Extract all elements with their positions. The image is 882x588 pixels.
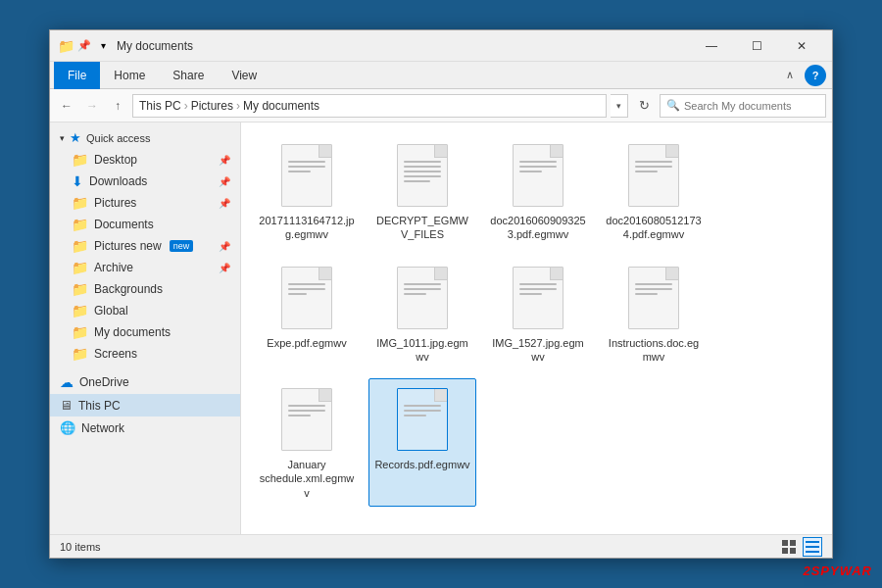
svg-rect-2: [782, 548, 788, 554]
main-area: ▾ ★ Quick access 📁 Desktop 📌 ⬇ Downloads…: [50, 122, 832, 534]
new-badge: new: [170, 240, 194, 252]
sidebar-item-onedrive[interactable]: ☁ OneDrive: [50, 370, 240, 394]
sidebar-item-backgrounds[interactable]: 📁 Backgrounds: [50, 278, 240, 300]
quick-access-chevron: ▾: [60, 133, 65, 143]
file-name-5: IMG_1011.jpg.egmwv: [373, 336, 471, 365]
file-name-9: Records.pdf.egmwv: [374, 458, 469, 471]
status-bar: 10 items: [50, 534, 832, 558]
tab-file[interactable]: File: [54, 62, 100, 89]
explorer-window: 📁 📌 ▾ My documents — ☐ ✕ File Home Share…: [49, 29, 833, 559]
sidebar-item-downloads-label: Downloads: [89, 174, 147, 188]
dropdown-icon-small[interactable]: ▾: [95, 38, 111, 54]
search-box[interactable]: 🔍: [660, 94, 826, 118]
breadcrumb-mydocs[interactable]: My documents: [243, 99, 319, 113]
forward-button[interactable]: →: [81, 95, 103, 117]
address-path[interactable]: This PC › Pictures › My documents: [132, 94, 607, 118]
sidebar-item-documents[interactable]: 📁 Documents: [50, 214, 240, 235]
ribbon-right: ∧ ?: [779, 65, 832, 86]
file-icon-4: [275, 264, 338, 332]
search-icon: 🔍: [666, 99, 680, 112]
file-item-5[interactable]: IMG_1011.jpg.egmwv: [368, 257, 476, 371]
file-item-2[interactable]: doc20160609093253.pdf.egmwv: [484, 134, 592, 249]
network-icon: 🌐: [60, 420, 75, 435]
view-list-button[interactable]: [803, 537, 822, 557]
file-icon-2: [507, 141, 569, 210]
sidebar-item-archive[interactable]: 📁 Archive 📌: [50, 257, 240, 278]
pictures-new-folder-icon: 📁: [72, 238, 88, 254]
file-item-9[interactable]: Records.pdf.egmwv: [368, 378, 476, 507]
ribbon-tabs: File Home Share View ∧ ?: [50, 62, 832, 89]
file-icon-6: [507, 264, 569, 332]
sidebar-item-mydocs-label: My documents: [94, 325, 171, 339]
tab-home[interactable]: Home: [100, 62, 159, 89]
sidebar-item-network[interactable]: 🌐 Network: [50, 416, 240, 439]
pictures-new-pin-icon: 📌: [219, 241, 230, 252]
file-item-7[interactable]: Instructions.doc.egmwv: [600, 257, 708, 371]
global-folder-icon: 📁: [72, 303, 88, 318]
breadcrumb-thispc[interactable]: This PC: [139, 99, 181, 113]
sidebar-item-global[interactable]: 📁 Global: [50, 300, 240, 321]
file-name-7: Instructions.doc.egmwv: [605, 336, 703, 365]
svg-rect-3: [790, 548, 796, 554]
view-grid-button[interactable]: [779, 537, 799, 557]
file-icon-5: [391, 264, 454, 332]
desktop-pin-icon: 📌: [219, 155, 230, 166]
maximize-button[interactable]: ☐: [734, 30, 779, 62]
close-button[interactable]: ✕: [779, 30, 824, 62]
back-button[interactable]: ←: [56, 95, 77, 117]
sidebar-item-pictures[interactable]: 📁 Pictures 📌: [50, 192, 240, 214]
thispc-label: This PC: [78, 399, 121, 413]
list-view-icon: [806, 540, 819, 554]
file-icon-9: [391, 385, 454, 454]
thispc-icon: 🖥: [60, 398, 73, 413]
sep1: ›: [184, 99, 188, 113]
grid-view-icon: [782, 540, 796, 554]
sep2: ›: [236, 99, 240, 113]
sidebar-item-pictures-new[interactable]: 📁 Pictures new new 📌: [50, 235, 240, 257]
archive-pin-icon: 📌: [219, 263, 230, 273]
svg-rect-1: [790, 540, 796, 546]
folder-icon-small: 📁: [58, 38, 74, 54]
sidebar-item-mydocuments[interactable]: 📁 My documents: [50, 321, 240, 343]
search-input[interactable]: [684, 100, 819, 112]
star-icon: ★: [70, 130, 81, 145]
file-name-2: doc20160609093253.pdf.egmwv: [489, 214, 587, 242]
file-item-8[interactable]: January schedule.xml.egmwv: [253, 378, 361, 507]
address-dropdown-button[interactable]: ▾: [611, 94, 628, 118]
archive-folder-icon: 📁: [72, 260, 88, 275]
sidebar-item-archive-label: Archive: [94, 261, 133, 274]
pin-icon-small: 📌: [76, 38, 92, 54]
file-icon-7: [622, 264, 685, 332]
sidebar-item-global-label: Global: [94, 304, 128, 318]
content-area: 20171113164712.jpg.egmwv DECRYPT_EGMWV_F…: [241, 122, 832, 534]
file-item-3[interactable]: doc20160805121734.pdf.egmwv: [600, 134, 708, 249]
sidebar-item-desktop[interactable]: 📁 Desktop 📌: [50, 149, 240, 171]
minimize-button[interactable]: —: [689, 30, 734, 62]
sidebar-item-downloads[interactable]: ⬇ Downloads 📌: [50, 171, 240, 192]
svg-rect-0: [782, 540, 788, 546]
item-count: 10 items: [60, 541, 101, 553]
file-icon-8: [275, 385, 338, 454]
file-item-6[interactable]: IMG_1527.jpg.egmwv: [484, 257, 592, 371]
file-icon-1: [391, 141, 454, 210]
file-item-4[interactable]: Expe.pdf.egmwv: [253, 257, 361, 371]
file-name-0: 20171113164712.jpg.egmwv: [258, 214, 356, 242]
tab-share[interactable]: Share: [159, 62, 218, 89]
sidebar-item-pictures-label: Pictures: [94, 196, 136, 210]
pictures-pin-icon: 📌: [219, 198, 230, 209]
onedrive-label: OneDrive: [79, 375, 129, 389]
file-item-0[interactable]: 20171113164712.jpg.egmwv: [253, 134, 361, 249]
file-name-8: January schedule.xml.egmwv: [258, 458, 356, 500]
ribbon-collapse-icon[interactable]: ∧: [779, 65, 801, 86]
breadcrumb-pictures[interactable]: Pictures: [191, 99, 233, 113]
quick-access-header[interactable]: ▾ ★ Quick access: [50, 126, 240, 149]
sidebar: ▾ ★ Quick access 📁 Desktop 📌 ⬇ Downloads…: [50, 122, 241, 534]
file-item-1[interactable]: DECRYPT_EGMWV_FILES: [368, 134, 476, 249]
tab-view[interactable]: View: [218, 62, 270, 89]
help-icon[interactable]: ?: [805, 65, 826, 86]
sidebar-item-screens[interactable]: 📁 Screens: [50, 343, 240, 365]
refresh-button[interactable]: ↻: [632, 94, 656, 118]
sidebar-item-thispc[interactable]: 🖥 This PC: [50, 394, 240, 416]
file-icon-3: [622, 141, 685, 210]
up-button[interactable]: ↑: [107, 95, 128, 117]
